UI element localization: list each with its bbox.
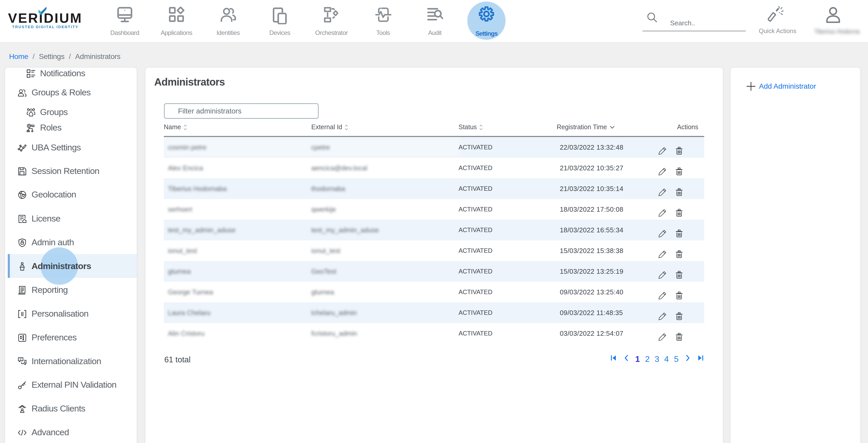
svg-text:文: 文 [20,358,22,361]
svg-text:A: A [24,361,26,364]
